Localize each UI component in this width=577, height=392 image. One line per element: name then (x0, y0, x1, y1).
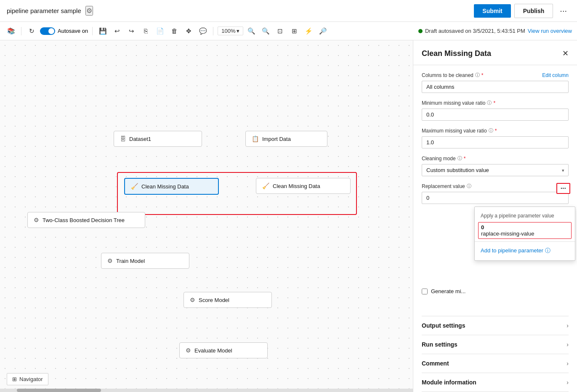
copy-icon[interactable]: ⎘ (140, 25, 152, 37)
output-settings-title: Output settings (422, 322, 465, 329)
node-score-model[interactable]: ⚙ Score Model (183, 292, 272, 308)
replacement-value-label: Replacement value ⓘ ··· (422, 183, 569, 189)
module-information-chevron-icon: › (566, 379, 569, 386)
cleaning-mode-help-icon[interactable]: ⓘ (457, 155, 462, 162)
search-icon[interactable]: 🔎 (317, 25, 329, 37)
train-model-icon: ⚙ (107, 257, 113, 264)
cleaning-mode-select[interactable]: Custom substitution value Replace with m… (422, 164, 569, 176)
output-settings-section[interactable]: Output settings › (422, 316, 569, 335)
comment-title: Comment (422, 360, 449, 367)
min-ratio-help-icon[interactable]: ⓘ (487, 100, 492, 106)
train-model-label: Train Model (116, 258, 145, 264)
autosave-toggle[interactable]: Autosave on (40, 27, 88, 35)
navigator-button[interactable]: ⊞ Navigator (7, 373, 48, 385)
more-options-button[interactable]: ··· (556, 4, 570, 17)
lightning-icon[interactable]: ⚡ (303, 25, 315, 37)
score-model-label: Score Model (199, 297, 229, 303)
edit-column-link[interactable]: Edit column (542, 72, 569, 78)
view-run-link[interactable]: View run overview (528, 28, 572, 34)
clean-missing-2-label: Clean Missing Data (273, 183, 320, 189)
zoom-level: 100% (221, 28, 235, 34)
dataset1-label: Dataset1 (129, 136, 151, 142)
zoom-out-icon[interactable]: 🔍 (260, 25, 272, 37)
undo-icon[interactable]: ↩ (111, 25, 123, 37)
generate-missing-row: Generate mi... (422, 288, 569, 294)
max-ratio-help-icon[interactable]: ⓘ (489, 127, 493, 134)
min-ratio-label: Minimum missing value ratio ⓘ * (422, 100, 569, 106)
columns-required: * (481, 72, 484, 78)
title-bar: pipeline parameter sample ⚙ Submit Publi… (0, 0, 577, 22)
scrollbar-thumb (17, 389, 101, 392)
separator-2 (92, 27, 93, 35)
refresh-icon[interactable]: ↻ (26, 25, 37, 37)
zoom-in-icon[interactable]: 🔍 (246, 25, 258, 37)
redo-icon[interactable]: ↪ (125, 25, 137, 37)
submit-button[interactable]: Submit (474, 4, 511, 18)
node-clean-missing-1[interactable]: 🧹 Clean Missing Data (124, 178, 219, 195)
replacement-value-input[interactable] (422, 192, 569, 204)
columns-label: Columns to be cleaned ⓘ * Edit column (422, 72, 569, 78)
min-ratio-input[interactable] (422, 109, 569, 121)
run-settings-title: Run settings (422, 341, 457, 348)
dropdown-divider (475, 241, 575, 242)
toolbar: 📚 ↻ Autosave on 💾 ↩ ↪ ⎘ 📄 🗑 ✥ 💬 100% ▾ 🔍… (0, 22, 577, 40)
main-area: 🗄 Dataset1 📋 Import Data 🧹 Clean Missing… (0, 40, 577, 392)
autosave-status: Draft autosaved on 3/5/2021, 5:43:51 PM … (418, 28, 572, 34)
columns-label-text: Columns to be cleaned (422, 72, 473, 78)
run-settings-section[interactable]: Run settings › (422, 335, 569, 354)
comment-section[interactable]: Comment › (422, 354, 569, 373)
navigator-icon: ⊞ (12, 376, 17, 382)
right-panel: Clean Missing Data ✕ Columns to be clean… (413, 40, 577, 392)
decision-tree-icon: ⚙ (34, 217, 39, 223)
delete-icon[interactable]: 🗑 (168, 25, 180, 37)
publish-button[interactable]: Publish (514, 4, 553, 18)
dropdown-param-value: 0 (481, 224, 569, 230)
settings-icon[interactable]: ⚙ (85, 6, 93, 16)
panel-close-button[interactable]: ✕ (562, 49, 569, 58)
min-ratio-field-group: Minimum missing value ratio ⓘ * (422, 100, 569, 121)
node-decision-tree[interactable]: ⚙ Two-Class Boosted Decision Tree (27, 212, 145, 228)
decision-tree-label: Two-Class Boosted Decision Tree (43, 217, 125, 223)
comment-icon[interactable]: 💬 (197, 25, 209, 37)
dropdown-param-item[interactable]: 0 raplace-missing-value (478, 222, 572, 239)
zoom-control[interactable]: 100% ▾ (218, 26, 243, 35)
separator-1 (21, 27, 21, 35)
add-to-pipeline-link[interactable]: Add to pipeline parameter ⓘ (475, 244, 575, 257)
move-icon[interactable]: ✥ (183, 25, 194, 37)
module-information-section[interactable]: Module information › (422, 373, 569, 392)
separator-3 (213, 27, 213, 35)
zoom-chevron: ▾ (237, 28, 239, 34)
cleaning-mode-label-text: Cleaning mode (422, 156, 456, 162)
grid-icon[interactable]: ⊞ (289, 25, 300, 37)
paste-icon[interactable]: 📄 (154, 25, 166, 37)
columns-help-icon[interactable]: ⓘ (475, 72, 480, 78)
max-ratio-required: * (495, 128, 497, 134)
add-to-pipeline-help-icon: ⓘ (545, 247, 550, 254)
panel-header: Clean Missing Data ✕ (413, 40, 577, 65)
cleaning-mode-select-wrapper: Custom substitution value Replace with m… (422, 164, 569, 176)
pipeline-canvas[interactable]: 🗄 Dataset1 📋 Import Data 🧹 Clean Missing… (0, 40, 413, 392)
library-icon[interactable]: 📚 (5, 25, 17, 37)
node-train-model[interactable]: ⚙ Train Model (101, 253, 189, 269)
replacement-value-help-icon[interactable]: ⓘ (467, 183, 471, 189)
node-dataset1[interactable]: 🗄 Dataset1 (114, 131, 202, 147)
replacement-more-button[interactable]: ··· (556, 183, 570, 194)
module-information-title: Module information (422, 379, 476, 386)
pipeline-title: pipeline parameter sample (7, 7, 81, 14)
node-import-data[interactable]: 📋 Import Data (245, 131, 327, 147)
fit-icon[interactable]: ⊡ (274, 25, 286, 37)
node-evaluate-model[interactable]: ⚙ Evaluate Model (179, 342, 268, 358)
generate-missing-checkbox[interactable] (422, 289, 428, 294)
save-icon[interactable]: 💾 (97, 25, 109, 37)
canvas-scrollbar[interactable] (0, 389, 413, 392)
node-clean-missing-2[interactable]: 🧹 Clean Missing Data (256, 178, 351, 194)
cleaning-mode-required: * (464, 156, 466, 162)
min-ratio-required: * (493, 100, 495, 106)
status-dot (418, 29, 423, 33)
columns-field-group: Columns to be cleaned ⓘ * Edit column (422, 72, 569, 93)
dropdown-apply-label: Apply a pipeline parameter value (475, 210, 575, 221)
clean-missing-1-label: Clean Missing Data (141, 183, 189, 190)
max-ratio-input[interactable] (422, 136, 569, 148)
autosave-label: Autosave on (58, 28, 88, 34)
columns-input[interactable] (422, 81, 569, 93)
